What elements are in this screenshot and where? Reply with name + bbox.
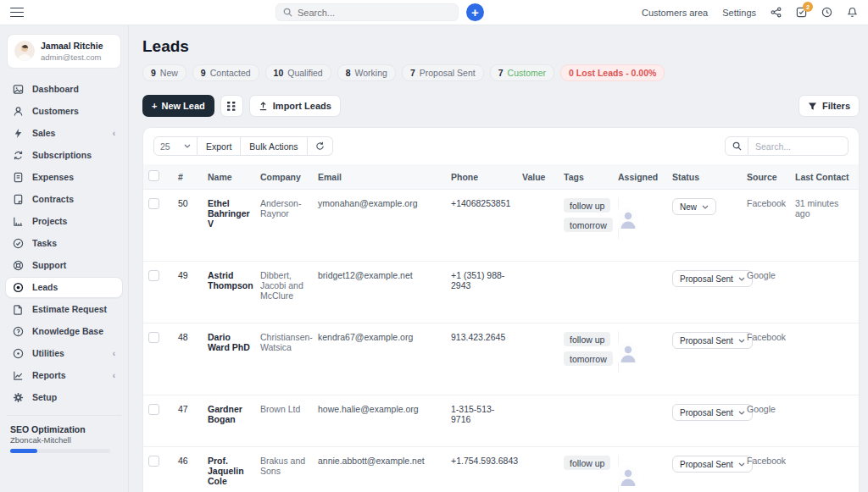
- header-status[interactable]: Status: [667, 164, 742, 190]
- summary-badge-customer[interactable]: 7Customer: [490, 64, 554, 81]
- summary-badge-qualified[interactable]: 10Qualified: [265, 64, 331, 81]
- row-checkbox[interactable]: [148, 270, 159, 281]
- lead-email[interactable]: annie.abbott@example.net: [313, 447, 446, 492]
- table-row[interactable]: 50 Ethel Bahringer V Anderson-Raynor ymo…: [143, 190, 859, 262]
- clock-icon[interactable]: [821, 7, 832, 18]
- table-search-input[interactable]: [748, 136, 849, 156]
- lead-name[interactable]: Gardner Bogan: [203, 395, 255, 447]
- sidebar-item-contracts[interactable]: Contracts: [5, 189, 123, 210]
- assigned-avatar[interactable]: [618, 455, 662, 492]
- refresh-button[interactable]: [308, 136, 333, 156]
- lead-status-dropdown[interactable]: Proposal Sent: [672, 270, 753, 287]
- export-button[interactable]: Export: [198, 136, 241, 156]
- tag-chip[interactable]: follow up: [564, 456, 610, 470]
- sidebar-item-utilities[interactable]: Utilities ‹: [5, 343, 123, 364]
- lead-email[interactable]: bridget12@example.net: [313, 262, 446, 323]
- bell-icon[interactable]: [847, 7, 858, 18]
- settings-link[interactable]: Settings: [722, 8, 756, 18]
- lost-leads-badge[interactable]: 0 Lost Leads - 0.00%: [560, 64, 665, 81]
- filters-button[interactable]: Filters: [798, 95, 860, 117]
- bulk-actions-button[interactable]: Bulk Actions: [241, 136, 307, 156]
- view-toggle-button[interactable]: [220, 95, 243, 117]
- row-checkbox[interactable]: [148, 332, 159, 343]
- lead-phone[interactable]: +1.754.593.6843: [446, 447, 517, 492]
- summary-badge-new[interactable]: 9New: [142, 64, 186, 81]
- import-leads-button[interactable]: Import Leads: [249, 95, 341, 117]
- lead-email[interactable]: ymonahan@example.org: [313, 190, 446, 262]
- seo-project-title[interactable]: SEO Optimization: [5, 423, 123, 434]
- sidebar-item-leads[interactable]: Leads: [5, 277, 123, 298]
- lead-name[interactable]: Prof. Jaquelin Cole: [203, 447, 255, 492]
- global-search-input[interactable]: [298, 8, 451, 18]
- summary-badge-contacted[interactable]: 9Contacted: [192, 64, 259, 81]
- page-size-value: 25: [160, 141, 170, 152]
- table-row[interactable]: 47 Gardner Bogan Brown Ltd howe.halie@ex…: [143, 395, 859, 447]
- header-email[interactable]: Email: [313, 164, 446, 190]
- user-card[interactable]: Jamaal Ritchie admin@test.com: [7, 34, 121, 69]
- lead-phone[interactable]: +1 (351) 988-2943: [446, 262, 517, 323]
- header-company[interactable]: Company: [255, 164, 313, 190]
- lead-status-dropdown[interactable]: Proposal Sent: [672, 404, 753, 421]
- todo-icon[interactable]: 2: [796, 7, 807, 18]
- lead-name[interactable]: Dario Ward PhD: [203, 323, 255, 395]
- share-icon[interactable]: [771, 7, 782, 18]
- row-checkbox[interactable]: [148, 456, 159, 467]
- sidebar-item-reports[interactable]: Reports ‹: [5, 365, 123, 386]
- header-assigned[interactable]: Assigned: [613, 164, 667, 190]
- lead-created: 6 h: [858, 395, 859, 447]
- header-source[interactable]: Source: [742, 164, 790, 190]
- assigned-avatar[interactable]: [618, 197, 662, 240]
- table-row[interactable]: 46 Prof. Jaquelin Cole Brakus and Sons a…: [143, 447, 859, 492]
- header-value[interactable]: Value: [517, 164, 559, 190]
- sidebar-item-setup[interactable]: Setup: [5, 387, 123, 408]
- new-lead-button[interactable]: +New Lead: [142, 95, 214, 117]
- hamburger-menu-icon[interactable]: [10, 8, 24, 18]
- header-last-contact[interactable]: Last Contact: [790, 164, 858, 190]
- sidebar-item-dashboard[interactable]: Dashboard: [5, 79, 123, 100]
- tag-chip[interactable]: tomorrow: [564, 218, 613, 232]
- header-tags[interactable]: Tags: [559, 164, 613, 190]
- summary-badge-working[interactable]: 8Working: [337, 64, 396, 81]
- lead-status-dropdown[interactable]: Proposal Sent: [672, 456, 753, 473]
- quick-add-button[interactable]: +: [466, 3, 484, 21]
- sidebar-item-label: Reports: [32, 370, 66, 380]
- lead-source: Facebook: [742, 323, 790, 395]
- header-name[interactable]: Name: [203, 164, 255, 190]
- page-size-select[interactable]: 25: [153, 136, 198, 156]
- assigned-avatar[interactable]: [618, 331, 662, 373]
- select-all-checkbox[interactable]: [148, 170, 159, 181]
- lead-phone[interactable]: 1-315-513-9716: [446, 395, 517, 447]
- sidebar-item-subscriptions[interactable]: Subscriptions: [5, 145, 123, 166]
- lead-email[interactable]: kendra67@example.org: [313, 323, 446, 395]
- sidebar-item-customers[interactable]: Customers: [5, 101, 123, 122]
- tag-chip[interactable]: follow up: [564, 332, 610, 346]
- header-created[interactable]: Cre: [858, 164, 859, 190]
- sidebar-item-estimate-request[interactable]: Estimate Request: [5, 299, 123, 320]
- table-search-button[interactable]: [725, 136, 748, 156]
- lead-email[interactable]: howe.halie@example.org: [313, 395, 446, 447]
- summary-badge-proposal-sent[interactable]: 7Proposal Sent: [402, 64, 484, 81]
- lead-status-dropdown[interactable]: New: [672, 198, 716, 215]
- row-checkbox[interactable]: [148, 198, 159, 209]
- global-search[interactable]: [275, 3, 459, 21]
- sidebar-item-projects[interactable]: Projects: [5, 211, 123, 232]
- lead-name[interactable]: Ethel Bahringer V: [203, 190, 255, 262]
- table-row[interactable]: 48 Dario Ward PhD Christiansen-Watsica k…: [143, 323, 859, 395]
- table-row[interactable]: 49 Astrid Thompson Dibbert, Jacobi and M…: [143, 262, 859, 323]
- sidebar-item-expenses[interactable]: Expenses: [5, 167, 123, 188]
- lead-phone[interactable]: +14068253851: [446, 190, 517, 262]
- lead-name[interactable]: Astrid Thompson: [203, 262, 255, 323]
- sidebar-item-sales[interactable]: Sales ‹: [5, 123, 123, 144]
- header-phone[interactable]: Phone: [446, 164, 517, 190]
- lead-phone[interactable]: 913.423.2645: [446, 323, 517, 395]
- sidebar-item-support[interactable]: Support: [5, 255, 123, 276]
- header-select-all[interactable]: [143, 164, 173, 190]
- sidebar-item-tasks[interactable]: Tasks: [5, 233, 123, 254]
- tag-chip[interactable]: tomorrow: [564, 351, 613, 366]
- row-checkbox[interactable]: [148, 404, 159, 415]
- lead-status-dropdown[interactable]: Proposal Sent: [672, 332, 753, 349]
- header-number[interactable]: #: [173, 164, 203, 190]
- customers-area-link[interactable]: Customers area: [642, 8, 708, 18]
- sidebar-item-knowledge-base[interactable]: Knowledge Base: [5, 321, 123, 342]
- tag-chip[interactable]: follow up: [564, 198, 610, 213]
